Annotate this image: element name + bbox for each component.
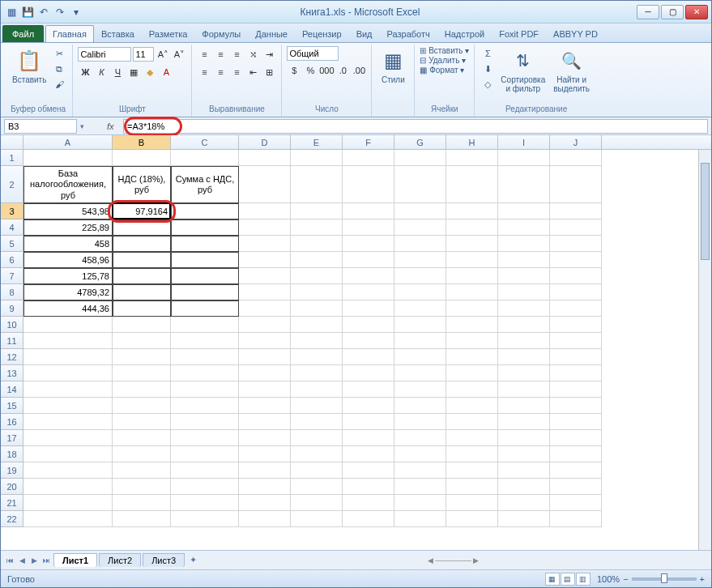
cell-B13[interactable] — [113, 365, 171, 381]
cell-G3[interactable] — [394, 203, 446, 219]
sheet-tab-1[interactable]: Лист1 — [53, 553, 97, 567]
cell-F5[interactable] — [343, 236, 394, 252]
cell-F12[interactable] — [343, 349, 394, 365]
cell-J7[interactable] — [550, 268, 602, 284]
cell-D10[interactable] — [239, 317, 291, 333]
cell-E14[interactable] — [291, 381, 343, 398]
zoom-slider[interactable] — [632, 577, 697, 581]
bold-button[interactable]: Ж — [78, 65, 92, 79]
row-header-4[interactable]: 4 — [1, 219, 23, 236]
sheet-first-icon[interactable]: ⏮ — [4, 555, 15, 566]
cell-B7[interactable] — [113, 268, 171, 284]
col-header-F[interactable]: F — [343, 135, 394, 149]
col-header-I[interactable]: I — [498, 135, 550, 149]
cell-G7[interactable] — [394, 268, 446, 284]
cell-H22[interactable] — [446, 511, 498, 527]
cell-I15[interactable] — [498, 398, 550, 414]
cell-C5[interactable] — [171, 236, 239, 252]
align-top-icon[interactable]: ≡ — [197, 47, 211, 62]
cell-C19[interactable] — [171, 462, 239, 479]
align-left-icon[interactable]: ≡ — [197, 65, 211, 79]
cell-B6[interactable] — [113, 252, 171, 268]
cell-A20[interactable] — [23, 479, 113, 495]
row-header-17[interactable]: 17 — [1, 430, 23, 446]
cell-F14[interactable] — [343, 381, 394, 398]
cell-A6[interactable]: 458,96 — [23, 252, 113, 268]
cell-H14[interactable] — [446, 381, 498, 398]
cell-B2[interactable]: НДС (18%), руб — [113, 166, 171, 203]
cell-H6[interactable] — [446, 252, 498, 268]
cell-G4[interactable] — [394, 219, 446, 236]
row-header-16[interactable]: 16 — [1, 414, 23, 430]
name-box[interactable]: B3 — [4, 119, 77, 134]
qat-dropdown-icon[interactable]: ▾ — [69, 5, 83, 19]
row-header-14[interactable]: 14 — [1, 381, 23, 398]
cell-A21[interactable] — [23, 495, 113, 511]
cell-E10[interactable] — [291, 317, 343, 333]
decrease-decimal-icon[interactable]: .00 — [352, 63, 366, 78]
cell-E11[interactable] — [291, 333, 343, 349]
row-header-22[interactable]: 22 — [1, 511, 23, 527]
decrease-font-icon[interactable]: A˅ — [172, 47, 186, 62]
cell-G16[interactable] — [394, 414, 446, 430]
cell-A8[interactable]: 4789,32 — [23, 284, 113, 300]
col-header-E[interactable]: E — [291, 135, 343, 149]
cell-B18[interactable] — [113, 446, 171, 462]
cell-A12[interactable] — [23, 349, 113, 365]
cell-H12[interactable] — [446, 349, 498, 365]
wrap-text-icon[interactable]: ⇥ — [262, 47, 276, 62]
cell-C8[interactable] — [171, 284, 239, 300]
cell-J5[interactable] — [550, 236, 602, 252]
cell-E12[interactable] — [291, 349, 343, 365]
tab-view[interactable]: Вид — [349, 25, 380, 42]
cell-E8[interactable] — [291, 284, 343, 300]
row-header-10[interactable]: 10 — [1, 317, 23, 333]
cell-B22[interactable] — [113, 511, 171, 527]
cell-H15[interactable] — [446, 398, 498, 414]
cell-F19[interactable] — [343, 462, 394, 479]
cell-F16[interactable] — [343, 414, 394, 430]
cell-D11[interactable] — [239, 333, 291, 349]
cell-I17[interactable] — [498, 430, 550, 446]
cell-G20[interactable] — [394, 479, 446, 495]
vertical-scrollbar[interactable] — [698, 150, 711, 550]
cell-B3[interactable]: 97,9164 — [113, 203, 171, 219]
cell-D19[interactable] — [239, 462, 291, 479]
cell-A2[interactable]: База налогообложения, руб — [23, 166, 113, 203]
cell-A1[interactable] — [23, 150, 113, 166]
cell-H5[interactable] — [446, 236, 498, 252]
sort-filter-button[interactable]: ⇅ Сортировка и фильтр — [497, 46, 548, 95]
zoom-in-button[interactable]: + — [700, 574, 705, 584]
cell-D17[interactable] — [239, 430, 291, 446]
cell-F4[interactable] — [343, 219, 394, 236]
cell-I7[interactable] — [498, 268, 550, 284]
sheet-tab-2[interactable]: Лист2 — [99, 553, 141, 567]
cell-C14[interactable] — [171, 381, 239, 398]
cell-F15[interactable] — [343, 398, 394, 414]
cell-C10[interactable] — [171, 317, 239, 333]
cell-J15[interactable] — [550, 398, 602, 414]
fx-icon[interactable]: fx — [107, 121, 120, 131]
cell-I2[interactable] — [498, 166, 550, 203]
cell-F20[interactable] — [343, 479, 394, 495]
cell-D6[interactable] — [239, 252, 291, 268]
cell-J9[interactable] — [550, 300, 602, 317]
cell-A16[interactable] — [23, 414, 113, 430]
cell-C15[interactable] — [171, 398, 239, 414]
col-header-B[interactable]: B — [113, 135, 171, 149]
cell-G5[interactable] — [394, 236, 446, 252]
cut-icon[interactable]: ✂ — [51, 46, 67, 61]
border-button[interactable]: ▦ — [126, 65, 141, 79]
col-header-G[interactable]: G — [394, 135, 446, 149]
col-header-J[interactable]: J — [550, 135, 602, 149]
cell-J11[interactable] — [550, 333, 602, 349]
cell-F3[interactable] — [343, 203, 394, 219]
cell-D5[interactable] — [239, 236, 291, 252]
font-name-select[interactable] — [78, 47, 131, 62]
cell-C11[interactable] — [171, 333, 239, 349]
cell-A19[interactable] — [23, 462, 113, 479]
cell-H1[interactable] — [446, 150, 498, 166]
cell-B12[interactable] — [113, 349, 171, 365]
row-header-21[interactable]: 21 — [1, 495, 23, 511]
cell-E6[interactable] — [291, 252, 343, 268]
